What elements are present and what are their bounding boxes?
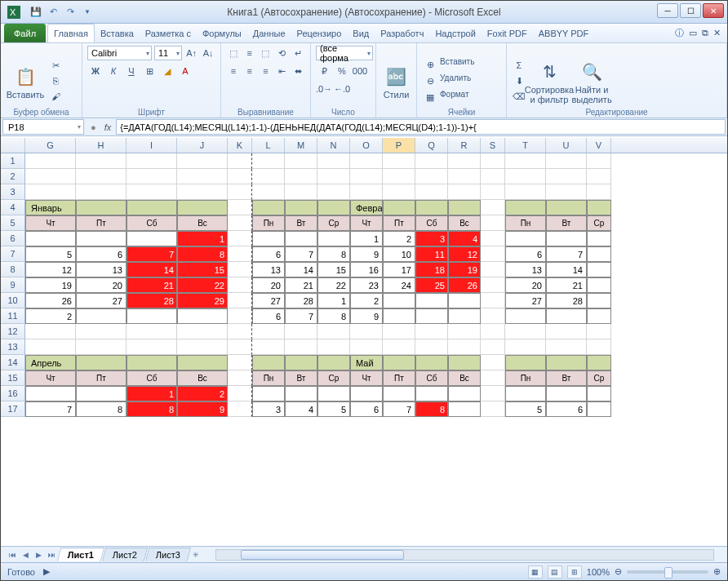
select-all-corner[interactable] <box>1 138 25 153</box>
cell[interactable] <box>481 324 505 339</box>
cell[interactable]: Вт <box>285 215 317 231</box>
cell[interactable] <box>177 169 228 184</box>
minimize-ribbon-icon[interactable]: ▭ <box>689 28 697 38</box>
cell[interactable]: 29 <box>177 293 228 308</box>
cell[interactable]: 8 <box>415 401 448 417</box>
tab-review[interactable]: Рецензиро <box>291 24 348 42</box>
cell[interactable] <box>383 355 415 370</box>
cell[interactable] <box>252 355 285 370</box>
cell[interactable] <box>252 324 285 339</box>
cell[interactable]: 21 <box>546 277 587 293</box>
cell[interactable]: Пн <box>505 370 546 386</box>
cell[interactable]: 8 <box>76 401 127 417</box>
cell[interactable] <box>383 339 415 355</box>
cell[interactable] <box>127 231 177 246</box>
cell[interactable] <box>317 324 350 339</box>
cell[interactable] <box>317 386 350 401</box>
cell[interactable] <box>285 169 317 184</box>
tab-nav-first-icon[interactable]: ⏮ <box>6 548 19 561</box>
col-header-O[interactable]: O <box>350 138 383 153</box>
formula-input[interactable]: {=ДАТА(ГОД(L14);МЕСЯЦ(L14);1-1)-(ДЕНЬНЕД… <box>116 119 726 135</box>
row-header[interactable]: 14 <box>1 355 25 370</box>
cell[interactable] <box>481 355 505 370</box>
cell[interactable]: 26 <box>448 277 481 293</box>
cell[interactable] <box>76 355 127 370</box>
cell[interactable] <box>587 324 611 339</box>
cell[interactable] <box>505 184 546 200</box>
close-button[interactable]: ✕ <box>703 3 724 18</box>
cell[interactable] <box>448 200 481 215</box>
cell[interactable] <box>350 153 383 169</box>
cell[interactable] <box>228 169 252 184</box>
cell[interactable] <box>228 339 252 355</box>
cell[interactable]: 3 <box>415 231 448 246</box>
tab-abbyy[interactable]: ABBYY PDF <box>533 24 595 42</box>
row-header[interactable]: 11 <box>1 308 25 324</box>
col-header-U[interactable]: U <box>546 138 587 153</box>
row-header[interactable]: 8 <box>1 262 25 277</box>
cell[interactable]: 14 <box>546 262 587 277</box>
cell[interactable] <box>448 153 481 169</box>
cell[interactable]: 9 <box>177 401 228 417</box>
italic-button[interactable]: К <box>105 64 122 78</box>
cell[interactable]: 3 <box>252 401 285 417</box>
cell[interactable] <box>481 401 505 417</box>
name-box[interactable]: P18 <box>2 119 84 135</box>
cell[interactable] <box>177 355 228 370</box>
cell[interactable] <box>76 153 127 169</box>
cell[interactable] <box>317 153 350 169</box>
row-header[interactable]: 5 <box>1 215 25 231</box>
cell[interactable]: 6 <box>252 308 285 324</box>
cell[interactable] <box>587 231 611 246</box>
col-header-P[interactable]: P <box>383 138 415 153</box>
cell[interactable] <box>505 169 546 184</box>
wrap-text-icon[interactable]: ↵ <box>291 46 305 60</box>
cell[interactable] <box>317 200 350 215</box>
underline-button[interactable]: Ч <box>123 64 140 78</box>
row-header[interactable]: 12 <box>1 324 25 339</box>
cell[interactable]: Ср <box>587 215 611 231</box>
cell[interactable] <box>177 153 228 169</box>
cell[interactable]: 5 <box>317 401 350 417</box>
cell[interactable] <box>481 200 505 215</box>
cell[interactable]: 7 <box>546 246 587 262</box>
cell[interactable] <box>252 153 285 169</box>
cell[interactable] <box>228 324 252 339</box>
align-left-icon[interactable]: ≡ <box>226 64 241 78</box>
cell[interactable]: 8 <box>317 308 350 324</box>
row-header[interactable]: 7 <box>1 246 25 262</box>
cell[interactable] <box>76 324 127 339</box>
cell[interactable]: 1 <box>177 231 228 246</box>
save-icon[interactable]: 💾 <box>29 5 43 20</box>
cell[interactable] <box>415 169 448 184</box>
cell[interactable]: Вс <box>177 370 228 386</box>
cell[interactable]: Ср <box>317 215 350 231</box>
cell[interactable]: 28 <box>546 293 587 308</box>
cell[interactable] <box>587 153 611 169</box>
cell[interactable] <box>76 200 127 215</box>
cell[interactable] <box>228 231 252 246</box>
cell[interactable] <box>285 153 317 169</box>
cell[interactable] <box>252 184 285 200</box>
autosum-icon[interactable]: Σ <box>512 59 526 72</box>
cell[interactable] <box>76 308 127 324</box>
cell[interactable] <box>228 153 252 169</box>
col-header-J[interactable]: J <box>177 138 228 153</box>
cell[interactable]: 6 <box>505 246 546 262</box>
cell[interactable] <box>76 184 127 200</box>
row-header[interactable]: 2 <box>1 169 25 184</box>
cell[interactable]: 11 <box>415 246 448 262</box>
cell[interactable] <box>481 169 505 184</box>
cell[interactable]: Апрель <box>25 355 76 370</box>
cell[interactable]: Чт <box>350 370 383 386</box>
redo-icon[interactable]: ↷ <box>63 5 78 20</box>
cell[interactable] <box>587 277 611 293</box>
cell[interactable]: 8 <box>317 246 350 262</box>
cell[interactable]: Чт <box>25 370 76 386</box>
cell[interactable]: Пт <box>383 370 415 386</box>
cell[interactable] <box>415 355 448 370</box>
cell[interactable] <box>448 339 481 355</box>
cell[interactable] <box>415 324 448 339</box>
minimize-button[interactable]: ─ <box>657 3 678 18</box>
cell[interactable] <box>481 293 505 308</box>
